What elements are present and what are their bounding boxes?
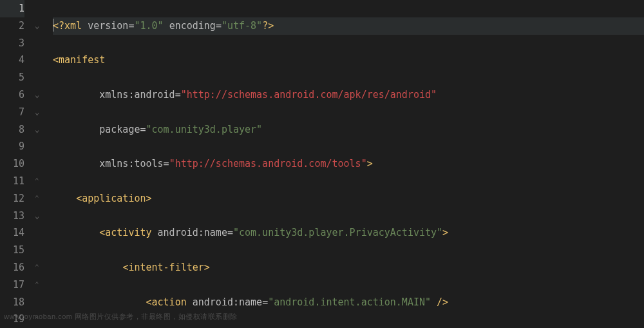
tag-activity: activity — [105, 227, 151, 238]
code-line[interactable]: xmlns:tools="http://schemas.android.com/… — [53, 155, 644, 173]
fold-close-icon[interactable] — [35, 258, 39, 276]
fold-gutter — [32, 0, 52, 328]
line-number: 11 — [0, 173, 24, 190]
code-line[interactable]: <?xml version="1.0" encoding="utf-8"?> — [53, 17, 644, 35]
code-area[interactable]: <?xml version="1.0" encoding="utf-8"?> <… — [52, 0, 644, 328]
line-number: 17 — [0, 276, 24, 294]
code-line[interactable]: package="com.unity3d.player" — [53, 121, 644, 139]
tag-manifest: manifest — [59, 54, 105, 66]
line-number: 2 — [0, 17, 24, 35]
code-line[interactable]: <manifest — [53, 52, 644, 69]
xml-keyword: xml — [64, 20, 82, 32]
code-line[interactable]: <intent-filter> — [53, 259, 644, 276]
code-line[interactable]: <application> — [53, 190, 644, 207]
tag-action: action — [152, 296, 187, 308]
line-number: 8 — [0, 121, 24, 139]
line-number: 10 — [0, 155, 24, 173]
line-number: 16 — [0, 259, 24, 276]
fold-chevron-icon[interactable] — [35, 104, 39, 121]
code-line[interactable]: <activity android:name="com.unity3d.play… — [53, 224, 644, 242]
line-number: 12 — [0, 190, 24, 207]
line-number: 7 — [0, 104, 24, 121]
fold-chevron-icon[interactable] — [35, 17, 39, 35]
attr-name: version — [88, 20, 128, 32]
attr-value: "com.unity3d.player.PrivacyActivity" — [233, 227, 442, 238]
attr-name: package — [99, 124, 140, 135]
text-caret — [53, 19, 53, 32]
line-number-gutter: 1 2 3 4 5 6 7 8 9 10 11 12 13 14 15 16 1… — [0, 0, 32, 328]
fold-close-icon[interactable] — [35, 172, 39, 190]
attr-value: "android.intent.action.MAIN" — [268, 296, 431, 308]
line-number: 14 — [0, 224, 24, 242]
attr-name: android:name — [193, 296, 262, 308]
tag-intent-filter: intent-filter — [128, 262, 204, 273]
xml-pi-close: ?> — [262, 20, 274, 32]
attr-value-url: "http://schemas.android.com/tools" — [169, 158, 367, 169]
fold-close-icon[interactable] — [35, 189, 39, 207]
line-number: 3 — [0, 35, 24, 52]
tag-application: application — [82, 193, 146, 204]
attr-value: "1.0" — [134, 20, 163, 32]
attr-value: "utf-8" — [222, 20, 262, 32]
line-number: 15 — [0, 242, 24, 259]
line-number: 1 — [0, 0, 24, 17]
attr-value-url: "http://schemas.android.com/apk/res/andr… — [181, 89, 437, 101]
attr-name: xmlns:android — [99, 89, 175, 101]
fold-chevron-icon[interactable] — [35, 121, 39, 139]
line-number: 5 — [0, 69, 24, 86]
code-line[interactable]: xmlns:android="http://schemas.android.co… — [53, 86, 644, 104]
watermark-text: www.toymoban.com 网络图片仅供参考，非最终图，如侵权请联系删除 — [4, 308, 238, 325]
attr-name: encoding — [169, 20, 216, 32]
attr-name: android:name — [158, 227, 227, 238]
line-number: 13 — [0, 207, 24, 225]
code-editor[interactable]: 1 2 3 4 5 6 7 8 9 10 11 12 13 14 15 16 1… — [0, 0, 644, 328]
line-number: 9 — [0, 138, 24, 155]
fold-chevron-icon[interactable] — [35, 86, 39, 104]
fold-close-icon[interactable] — [35, 276, 39, 294]
line-number: 6 — [0, 86, 24, 104]
attr-name: xmlns:tools — [99, 158, 163, 169]
attr-value: "com.unity3d.player" — [146, 124, 263, 135]
xml-pi-open: <? — [53, 20, 64, 32]
line-number: 4 — [0, 52, 24, 69]
fold-chevron-icon[interactable] — [35, 207, 39, 225]
